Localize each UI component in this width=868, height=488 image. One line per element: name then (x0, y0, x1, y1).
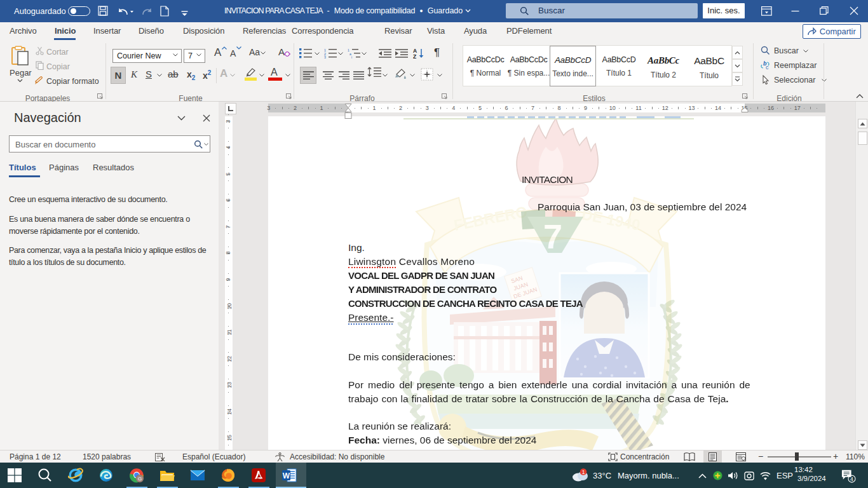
svg-text:G: G (138, 476, 142, 482)
svg-text:7: 7 (543, 217, 562, 255)
svg-text:Z: Z (413, 53, 416, 58)
svg-text:3: 3 (324, 55, 326, 58)
svg-text:i: i (351, 55, 352, 58)
svg-text:4: 4 (850, 476, 853, 482)
svg-text:W: W (283, 471, 290, 480)
svg-text:1: 1 (582, 469, 585, 475)
